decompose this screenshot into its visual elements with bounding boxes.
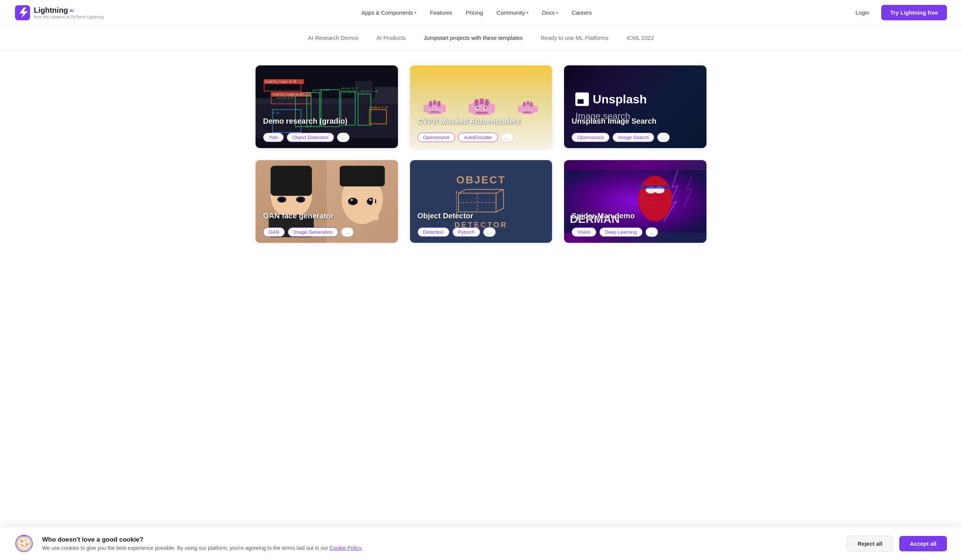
svg-rect-52	[530, 102, 533, 107]
nav-pricing[interactable]: Pricing	[460, 6, 489, 19]
card-6-tags-overlay: Vision Deep Learning ...	[571, 228, 658, 237]
svg-rect-28	[441, 105, 446, 112]
tag-opensource-2[interactable]: Opensource	[418, 133, 455, 142]
objdet-title-text: OBJECT	[456, 174, 506, 186]
card-unsplash[interactable]: Unsplash Image search Unsplash Image Sea…	[564, 65, 707, 148]
subnav-ml-platforms[interactable]: Ready to use ML Platforms	[541, 33, 609, 42]
tag-object-detection[interactable]: Object Detection	[287, 133, 334, 142]
subnav-ai-research[interactable]: AI Research Demos	[308, 33, 358, 42]
nav-community[interactable]: Community ▾	[491, 6, 534, 19]
tag-deep-learning[interactable]: Deep Learning	[599, 228, 642, 237]
svg-text:handbag 0.54: handbag 0.54	[370, 106, 388, 109]
tag-more-5[interactable]: ...	[483, 228, 496, 237]
tag-vision[interactable]: Vision	[571, 228, 596, 237]
try-free-button[interactable]: Try Lightning free	[881, 5, 947, 20]
nav-docs[interactable]: Docs ▾	[536, 6, 564, 19]
svg-text:traffic_light 0.76: traffic_light 0.76	[266, 80, 297, 84]
nav-docs-label: Docs	[542, 10, 555, 16]
header-actions: Login Try Lightning free	[850, 5, 947, 20]
card-5-tags-overlay: Detection Pytorch ...	[418, 228, 496, 237]
subnav-ai-products[interactable]: AI Products	[376, 33, 406, 42]
subnav-jumpstart[interactable]: Jumpstart projects with these templates	[424, 33, 523, 42]
nav-community-label: Community	[496, 10, 525, 16]
lightning-logo-icon	[15, 5, 30, 20]
svg-marker-86	[456, 190, 457, 193]
card-anime-faces[interactable]: GAN face generator GAN Image Generation …	[255, 160, 398, 243]
tag-detection[interactable]: Detection	[418, 228, 449, 237]
nav-careers-label: Careers	[571, 10, 591, 16]
brand-subtitle: from the creators of PyTorch Lightning	[34, 15, 104, 19]
header: Lightning AI from the creators of PyTorc…	[0, 0, 962, 26]
unsplash-logo: Unsplash	[575, 92, 695, 107]
svg-point-64	[279, 198, 284, 202]
tag-more-4[interactable]: ...	[341, 228, 353, 237]
card-4-title-overlay: GAN face generator	[263, 211, 334, 220]
tag-more-3[interactable]: ...	[657, 133, 670, 142]
nav-community-chevron-icon: ▾	[526, 11, 528, 15]
logo-area[interactable]: Lightning AI from the creators of PyTorc…	[15, 5, 104, 20]
subnav-icml[interactable]: ICML 2022	[626, 33, 654, 42]
svg-rect-57	[530, 108, 531, 110]
svg-point-89	[638, 176, 672, 221]
tag-more-2[interactable]: ...	[501, 133, 513, 142]
nav-features[interactable]: Features	[424, 6, 458, 19]
card-3-image: Unsplash Image search Unsplash Image Sea…	[564, 65, 707, 148]
card-4-tags-overlay: GAN Image Generation ...	[263, 228, 353, 237]
tag-image-gen[interactable]: Image Generation	[288, 228, 338, 237]
card-6-title-overlay: Spider-Man demo	[571, 211, 635, 220]
svg-point-73	[370, 199, 372, 201]
svg-rect-35	[437, 108, 439, 109]
svg-rect-39	[489, 104, 495, 113]
tag-pytorch[interactable]: Pytorch	[452, 228, 480, 237]
tag-autoencoder[interactable]: AutoEncoder	[458, 133, 497, 142]
nav-careers[interactable]: Careers	[565, 6, 597, 19]
tag-image-search[interactable]: Image Search	[613, 133, 654, 142]
svg-point-65	[299, 198, 303, 202]
card-1-image: traffic_light 0.76 traffic_light 0.62 pe…	[255, 65, 398, 148]
tag-more-1[interactable]: ...	[337, 133, 349, 142]
svg-rect-27	[423, 105, 429, 112]
svg-rect-49	[518, 106, 523, 112]
main-content: traffic_light 0.76 traffic_light 0.62 pe…	[210, 50, 752, 258]
logo-text-area: Lightning AI from the creators of PyTorc…	[34, 6, 104, 19]
card-demo-research[interactable]: traffic_light 0.76 traffic_light 0.62 pe…	[255, 65, 398, 148]
brand-name: Lightning AI	[34, 6, 104, 15]
svg-rect-47	[476, 111, 488, 114]
card-1-tags-overlay: Yolo Object Detection ...	[263, 133, 349, 142]
card-cvpr[interactable]: CVPR Masked Autoencoders Opensource Auto…	[410, 65, 552, 148]
cards-grid: traffic_light 0.76 traffic_light 0.62 pe…	[255, 65, 707, 243]
tag-opensource-3[interactable]: Opensource	[571, 133, 610, 142]
svg-rect-76	[376, 197, 378, 207]
svg-line-78	[458, 189, 466, 193]
card-6-image: DERMAN Spider-Man demo Vision Deep Learn…	[564, 160, 707, 243]
svg-rect-41	[485, 99, 489, 106]
nav-apps-components[interactable]: Apps & Components ▾	[355, 6, 423, 19]
svg-rect-46	[485, 107, 486, 109]
svg-line-79	[496, 189, 504, 193]
unsplash-brand-name: Unsplash	[592, 92, 647, 107]
svg-rect-45	[477, 107, 478, 109]
svg-text:person 0.67: person 0.67	[277, 97, 294, 100]
card-spiderman[interactable]: DERMAN Spider-Man demo Vision Deep Learn…	[564, 160, 707, 243]
card-object-detector[interactable]: OBJECT	[410, 160, 552, 243]
tag-more-6[interactable]: ...	[646, 228, 658, 237]
svg-rect-58	[523, 111, 531, 113]
nav-apps-label: Apps & Components	[362, 10, 413, 16]
svg-rect-31	[433, 100, 436, 105]
svg-rect-50	[533, 106, 538, 112]
card-5-image: OBJECT	[410, 160, 552, 243]
tag-gan[interactable]: GAN	[263, 228, 285, 237]
nav-docs-chevron-icon: ▾	[556, 11, 558, 15]
svg-rect-5	[375, 87, 398, 104]
card-3-title-overlay: Unsplash Image Search	[571, 117, 657, 126]
tag-yolo[interactable]: Yolo	[263, 133, 284, 142]
unsplash-logo-icon	[575, 92, 589, 106]
svg-line-80	[496, 208, 504, 212]
main-nav: Apps & Components ▾ Features Pricing Com…	[355, 6, 598, 19]
svg-text:person 0.82: person 0.82	[312, 89, 329, 92]
anime-face-left-svg	[265, 166, 318, 237]
svg-rect-51	[523, 102, 526, 107]
svg-rect-38	[469, 104, 475, 113]
login-button[interactable]: Login	[850, 6, 876, 19]
svg-text:person 0.38: person 0.38	[361, 90, 378, 93]
